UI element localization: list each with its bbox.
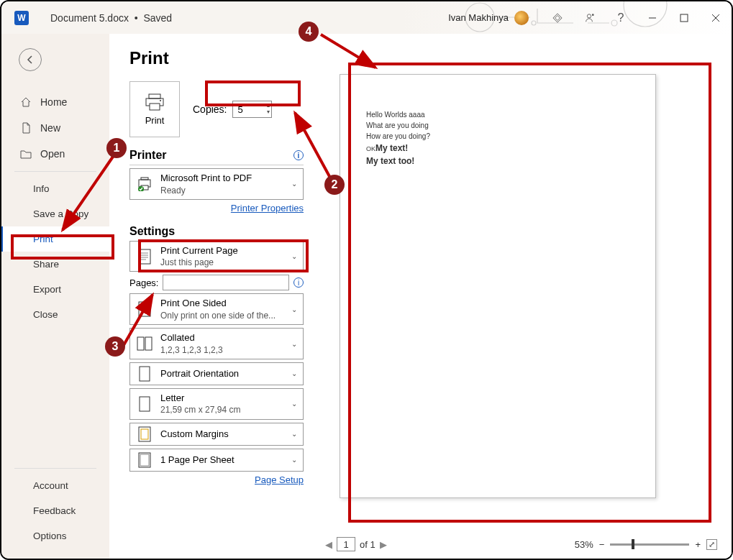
pages-per-sheet-dropdown[interactable]: 1 Page Per Sheet ⌄: [129, 449, 304, 472]
zoom-fit-button[interactable]: ⤢: [706, 539, 717, 550]
svg-rect-17: [137, 337, 144, 350]
sidebar-item-print[interactable]: Print: [1, 226, 109, 252]
backstage-sidebar: Home New Open Info Save a Copy Print Sha…: [1, 34, 109, 559]
maximize-button[interactable]: [668, 1, 700, 34]
sided-dropdown[interactable]: Print One SidedOnly print on one side of…: [129, 293, 304, 325]
chevron-down-icon: ⌄: [291, 306, 297, 313]
chevron-down-icon: ⌄: [291, 400, 297, 408]
pages-input[interactable]: [163, 275, 289, 290]
sidebar-item-open[interactable]: Open: [1, 141, 109, 167]
sidebar-item-close[interactable]: Close: [1, 302, 109, 327]
printer-dropdown[interactable]: Microsoft Print to PDFReady ⌄: [129, 168, 304, 200]
svg-rect-19: [140, 367, 150, 381]
home-icon: [20, 96, 32, 108]
user-name[interactable]: Ivan Makhinya: [448, 12, 509, 23]
sidebar-item-info[interactable]: Info: [1, 176, 109, 201]
svg-rect-18: [145, 337, 152, 350]
file-icon: [20, 122, 32, 134]
svg-point-5: [592, 14, 594, 16]
title-bar: W Document 5.docx • Saved Ivan Makhinya …: [1, 1, 732, 34]
sidebar-item-share[interactable]: Share: [1, 252, 109, 277]
info-icon[interactable]: i: [293, 150, 304, 160]
svg-rect-7: [149, 94, 160, 98]
portrait-icon: [139, 366, 150, 382]
chevron-down-icon: ⌄: [291, 340, 297, 348]
svg-rect-15: [139, 249, 150, 264]
page-of-label: of 1: [360, 539, 375, 550]
one-sided-icon: [138, 301, 151, 317]
svg-rect-6: [680, 14, 688, 22]
minimize-button[interactable]: [637, 1, 668, 34]
page-setup-link[interactable]: Page Setup: [255, 474, 304, 485]
printer-properties-link[interactable]: Printer Properties: [231, 203, 304, 214]
sidebar-item-account[interactable]: Account: [1, 473, 109, 498]
chevron-down-icon: ⌄: [291, 252, 297, 260]
chevron-down-icon: ⌄: [291, 369, 297, 377]
svg-rect-12: [141, 178, 148, 180]
sidebar-item-save-copy[interactable]: Save a Copy: [1, 201, 109, 226]
svg-point-4: [587, 14, 591, 17]
print-settings-panel: Print Print Copies: 5▴▾ Printeri Microso…: [109, 34, 311, 559]
sidebar-item-export[interactable]: Export: [1, 277, 109, 302]
user-avatar[interactable]: [514, 11, 529, 25]
chevron-down-icon: ⌄: [291, 430, 297, 438]
word-app-icon: W: [14, 11, 29, 25]
copies-label: Copies:: [193, 104, 227, 115]
chevron-down-icon: ⌄: [291, 456, 297, 464]
sidebar-item-new[interactable]: New: [1, 115, 109, 141]
zoom-percent: 53%: [575, 539, 593, 550]
info-icon[interactable]: i: [293, 277, 304, 288]
folder-icon: [20, 148, 32, 160]
copies-value: 5: [237, 104, 242, 115]
back-button[interactable]: [19, 48, 42, 71]
zoom-slider[interactable]: [610, 543, 689, 546]
svg-rect-20: [140, 397, 150, 411]
print-button[interactable]: Print: [129, 81, 180, 137]
margins-dropdown[interactable]: Custom Margins ⌄: [129, 423, 304, 446]
orientation-dropdown[interactable]: Portrait Orientation ⌄: [129, 362, 304, 385]
page-number-input[interactable]: 1: [337, 537, 355, 551]
document-title: Document 5.docx • Saved: [50, 12, 172, 24]
paper-icon: [139, 396, 150, 412]
sidebar-item-home[interactable]: Home: [1, 89, 109, 115]
printer-icon: [145, 93, 165, 111]
sheet-icon: [138, 452, 151, 468]
share-icon[interactable]: [573, 1, 605, 34]
next-page-button[interactable]: ▶: [380, 539, 387, 550]
collated-icon: [137, 336, 152, 351]
preview-footer: ◀ 1 of 1 ▶ 53% − + ⤢: [311, 537, 732, 551]
svg-point-10: [160, 100, 161, 101]
sidebar-item-options[interactable]: Options: [1, 523, 109, 548]
svg-rect-22: [141, 429, 148, 439]
premium-icon[interactable]: [542, 1, 573, 34]
help-icon[interactable]: ?: [605, 1, 637, 34]
margins-icon: [138, 426, 151, 442]
page-heading: Print: [129, 48, 304, 68]
svg-rect-24: [140, 454, 149, 466]
printer-ready-icon: [137, 177, 152, 191]
paper-size-dropdown[interactable]: Letter21,59 cm x 27,94 cm ⌄: [129, 388, 304, 420]
printer-section-heading: Printer: [129, 149, 167, 162]
print-preview-panel: Hello Worlds aaaa What are you doing How…: [311, 34, 732, 559]
pages-label: Pages:: [129, 277, 158, 288]
page-preview: Hello Worlds aaaa What are you doing How…: [340, 74, 656, 498]
chevron-down-icon: ⌄: [291, 180, 297, 188]
sidebar-item-feedback[interactable]: Feedback: [1, 498, 109, 523]
copies-spinner[interactable]: 5▴▾: [232, 101, 272, 118]
print-what-dropdown[interactable]: Print Current PageJust this page ⌄: [129, 241, 304, 272]
settings-section-heading: Settings: [129, 225, 175, 238]
page-icon: [138, 249, 151, 265]
zoom-out-button[interactable]: −: [599, 539, 605, 550]
zoom-in-button[interactable]: +: [695, 539, 701, 550]
prev-page-button[interactable]: ◀: [325, 539, 332, 550]
svg-rect-9: [150, 104, 160, 110]
close-button[interactable]: [700, 1, 732, 34]
collated-dropdown[interactable]: Collated1,2,3 1,2,3 1,2,3 ⌄: [129, 328, 304, 359]
